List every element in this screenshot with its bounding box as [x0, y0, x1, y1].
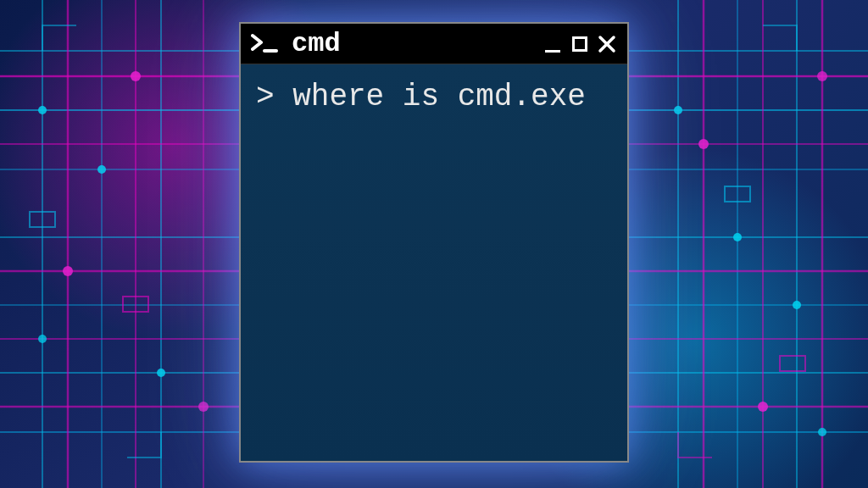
svg-point-37	[818, 428, 826, 436]
svg-point-35	[758, 402, 768, 412]
close-button[interactable]	[597, 34, 617, 54]
titlebar[interactable]: cmd	[241, 24, 627, 64]
command-input[interactable]: > where is cmd.exe	[256, 78, 612, 116]
svg-point-25	[97, 165, 106, 174]
svg-rect-41	[780, 356, 805, 371]
svg-point-33	[698, 139, 709, 149]
svg-point-26	[63, 266, 73, 276]
window-controls	[542, 34, 617, 54]
svg-point-29	[38, 335, 47, 343]
svg-point-28	[157, 369, 165, 377]
window-title: cmd	[292, 28, 341, 59]
terminal-body[interactable]: > where is cmd.exe	[241, 64, 627, 461]
svg-point-36	[817, 71, 827, 81]
svg-point-34	[793, 301, 801, 309]
terminal-window[interactable]: cmd > where is cmd.exe	[239, 22, 629, 463]
svg-point-31	[674, 106, 682, 114]
svg-point-27	[131, 71, 141, 81]
svg-point-30	[198, 402, 209, 412]
maximize-button[interactable]	[570, 34, 590, 54]
svg-point-24	[38, 106, 47, 114]
terminal-icon	[251, 32, 281, 56]
minimize-button[interactable]	[542, 34, 563, 54]
svg-point-32	[733, 233, 742, 241]
